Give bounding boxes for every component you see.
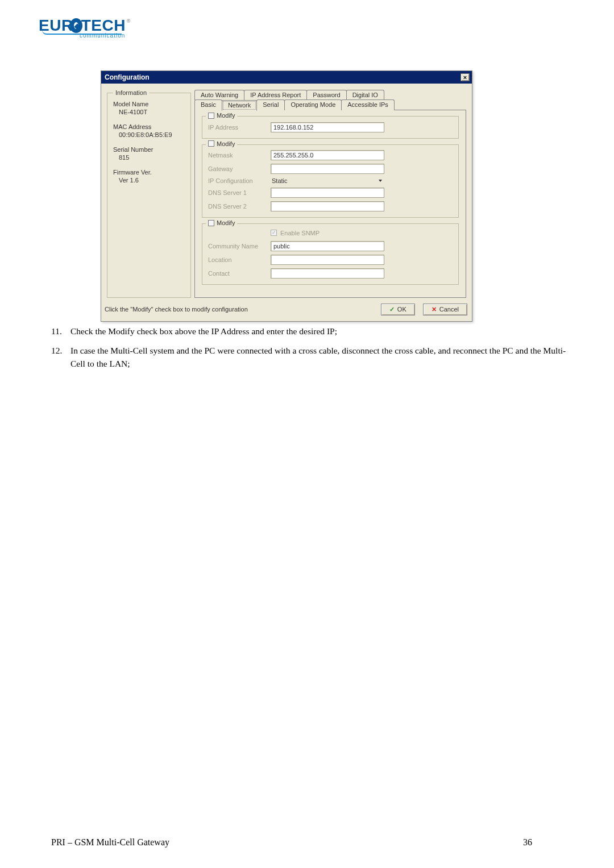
location-input[interactable] (271, 255, 384, 265)
check-icon: ✓ (389, 306, 395, 313)
step-text: In case the Multi-Cell system and the PC… (70, 344, 576, 370)
close-icon: ✕ (432, 306, 437, 313)
ip-address-label: IP Address (208, 124, 271, 131)
modify-snmp-checkbox-wrap[interactable]: Modify (206, 219, 237, 226)
check-icon: ✓ (272, 230, 276, 235)
information-legend: Information (113, 89, 149, 96)
modify-ip-label: Modify (217, 112, 235, 119)
model-name-value: NE-4100T (113, 109, 185, 115)
modify-netmask-label: Modify (217, 140, 235, 147)
serial-number-label: Serial Number (113, 146, 185, 153)
tab-operating-mode[interactable]: Operating Mode (284, 99, 342, 110)
tab-row-front: Basic Network Serial Operating Mode Acce… (194, 99, 466, 110)
tab-serial[interactable]: Serial (256, 99, 285, 110)
modify-ip-checkbox-wrap[interactable]: Modify (206, 112, 237, 119)
instruction-list: 11. Check the Modify check box above the… (51, 325, 576, 377)
page-number: 36 (523, 837, 546, 848)
ip-configuration-select[interactable]: Static (271, 177, 384, 184)
mac-address-label: MAC Address (113, 123, 185, 130)
community-name-label: Community Name (208, 243, 271, 250)
logo-eu: EU (39, 16, 61, 35)
community-name-input[interactable] (271, 241, 384, 251)
dialog-title: Configuration (105, 73, 150, 81)
checkbox-icon[interactable] (208, 113, 214, 119)
snmp-group: Modify ✓ Enable SNMP Community Name Loca… (202, 223, 459, 285)
mac-address-value: 00:90:E8:0A:B5:E9 (113, 131, 185, 138)
ok-label: OK (397, 306, 406, 313)
dns2-label: DNS Server 2 (208, 203, 271, 210)
brand-logo: EU R TECH ® communication (39, 16, 130, 56)
tab-auto-warning[interactable]: Auto Warning (194, 90, 244, 100)
checkbox-icon[interactable] (208, 140, 214, 147)
step-number: 12. (51, 344, 70, 370)
document-page: EU R TECH ® communication Configuration … (0, 0, 614, 868)
firmware-value: Ver 1.6 (113, 177, 185, 184)
logo-subtitle: communication (80, 32, 130, 39)
ip-address-group: Modify IP Address (202, 116, 459, 139)
tab-area: Auto Warning IP Address Report Password … (194, 89, 466, 298)
netmask-group: Modify Netmask Gateway IP Configuration … (202, 144, 459, 218)
serial-number-value: 815 (113, 154, 185, 161)
tab-strip: Auto Warning IP Address Report Password … (194, 89, 466, 110)
modify-netmask-checkbox-wrap[interactable]: Modify (206, 140, 237, 147)
modify-snmp-label: Modify (217, 219, 235, 226)
ok-button[interactable]: ✓ OK (381, 304, 415, 315)
modify-hint: Click the "Modify" check box to modify c… (102, 306, 373, 313)
dialog-body: Information Model Name NE-4100T MAC Addr… (101, 84, 472, 302)
ip-configuration-label: IP Configuration (208, 177, 271, 184)
footer-title: PRI – GSM Multi-Cell Gateway (51, 837, 540, 848)
netmask-label: Netmask (208, 152, 271, 159)
dialog-titlebar[interactable]: Configuration × (101, 71, 472, 84)
tab-basic[interactable]: Basic (194, 99, 222, 110)
step-text: Check the Modify check box above the IP … (70, 325, 576, 338)
tab-row-back: Auto Warning IP Address Report Password … (194, 89, 466, 99)
step-number: 11. (51, 325, 70, 338)
list-item: 11. Check the Modify check box above the… (51, 325, 576, 338)
cancel-button[interactable]: ✕ Cancel (423, 304, 467, 315)
close-button[interactable]: × (460, 73, 470, 81)
registered-icon: ® (127, 18, 131, 24)
contact-label: Contact (208, 270, 271, 277)
chevron-down-icon (379, 180, 382, 182)
tab-ip-address-report[interactable]: IP Address Report (244, 90, 307, 100)
configuration-dialog: Configuration × Information Model Name N… (101, 70, 472, 322)
information-panel: Information Model Name NE-4100T MAC Addr… (107, 89, 191, 298)
enable-snmp-checkbox[interactable]: ✓ (271, 230, 277, 236)
gateway-input[interactable] (271, 164, 384, 174)
gateway-label: Gateway (208, 165, 271, 172)
model-name-label: Model Name (113, 101, 185, 107)
network-tab-panel: Modify IP Address Modify Ne (194, 110, 466, 298)
location-label: Location (208, 256, 271, 263)
globe-icon (70, 18, 82, 33)
page-footer: PRI – GSM Multi-Cell Gateway 36 (51, 837, 563, 848)
dns2-input[interactable] (271, 201, 384, 211)
dialog-footer: Click the "Modify" check box to modify c… (101, 302, 472, 321)
tab-password[interactable]: Password (306, 90, 346, 100)
tab-network[interactable]: Network (222, 100, 257, 111)
contact-input[interactable] (271, 268, 384, 279)
ip-configuration-value: Static (271, 177, 288, 184)
cancel-label: Cancel (439, 306, 459, 313)
enable-snmp-label: Enable SNMP (280, 230, 320, 236)
netmask-input[interactable] (271, 150, 384, 160)
tab-digital-io[interactable]: Digital IO (346, 90, 384, 100)
tab-accessible-ips[interactable]: Accessible IPs (341, 99, 395, 110)
list-item: 12. In case the Multi-Cell system and th… (51, 344, 576, 370)
checkbox-icon[interactable] (208, 220, 214, 226)
dns1-input[interactable] (271, 188, 384, 198)
firmware-label: Firmware Ver. (113, 169, 185, 176)
ip-address-input[interactable] (271, 122, 384, 132)
dns1-label: DNS Server 1 (208, 189, 271, 196)
